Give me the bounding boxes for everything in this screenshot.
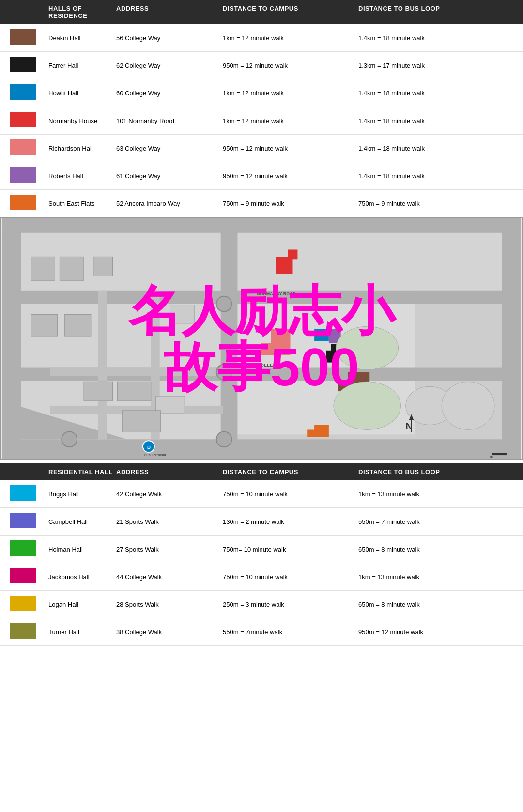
upper-header-hall: HALLS OF RESIDENCE	[48, 5, 116, 19]
hall-address: 63 College Way	[116, 145, 223, 152]
residential-hall-name: Campbell Hall	[48, 518, 116, 525]
lower-table-header: RESIDENTIAL HALL ADDRESS DISTANCE TO CAM…	[0, 463, 523, 480]
hall-campus-distance: 1km = 12 minute walk	[223, 34, 358, 42]
hall-name: Deakin Hall	[48, 34, 116, 42]
color-swatch	[10, 485, 48, 503]
residential-hall-address: 28 Sports Walk	[116, 601, 223, 608]
color-swatch	[10, 29, 48, 46]
lower-header-hall: RESIDENTIAL HALL	[48, 468, 116, 475]
svg-rect-13	[98, 291, 107, 440]
svg-rect-39	[93, 257, 113, 276]
residential-hall-bus-distance: 1km = 13 minute walk	[358, 573, 494, 581]
svg-rect-11	[50, 368, 223, 376]
upper-table-row: Richardson Hall 63 College Way 950m = 12…	[0, 135, 523, 162]
hall-name: Roberts Hall	[48, 172, 116, 180]
hall-bus-distance: 750m = 9 minute walk	[358, 200, 494, 207]
svg-point-44	[442, 382, 494, 429]
residential-hall-name: Turner Hall	[48, 628, 116, 636]
lower-table-row: Logan Hall 28 Sports Walk 250m = 3 minut…	[0, 591, 523, 618]
svg-rect-34	[122, 411, 160, 432]
svg-point-41	[334, 382, 401, 429]
lower-header-color-col	[10, 468, 48, 475]
hall-address: 52 Ancora Imparo Way	[116, 200, 223, 207]
svg-point-17	[216, 431, 232, 447]
svg-rect-4	[502, 218, 521, 459]
upper-table-row: Normanby House 101 Normanby Road 1km = 1…	[0, 107, 523, 135]
residential-hall-address: 21 Sports Walk	[116, 518, 223, 525]
svg-rect-6	[2, 218, 521, 233]
hall-campus-distance: 1km = 12 minute walk	[223, 117, 358, 124]
hall-name: Richardson Hall	[48, 145, 116, 152]
hall-campus-distance: 950m = 12 minute walk	[223, 145, 358, 152]
svg-rect-32	[117, 382, 151, 401]
svg-rect-9	[2, 439, 521, 459]
svg-text:COLLEGE WAY: COLLEGE WAY	[257, 362, 292, 368]
svg-rect-26	[288, 249, 298, 259]
color-swatch	[10, 195, 48, 212]
residential-hall-bus-distance: 1km = 13 minute walk	[358, 490, 494, 498]
hall-campus-distance: 750m = 9 minute walk	[223, 200, 358, 207]
upper-table-row: Howitt Hall 60 College Way 1km = 12 minu…	[0, 79, 523, 107]
hall-bus-distance: 1.4km = 18 minute walk	[358, 90, 494, 97]
hall-address: 62 College Way	[116, 62, 223, 69]
hall-address: 60 College Way	[116, 90, 223, 97]
hall-name: South East Flats	[48, 200, 116, 207]
hall-bus-distance: 1.3km = 17 minute walk	[358, 62, 494, 69]
hall-campus-distance: 1km = 12 minute walk	[223, 90, 358, 97]
lower-header-campus: DISTANCE TO CAMPUS	[223, 468, 358, 475]
residential-hall-bus-distance: 650m = 8 minute walk	[358, 546, 494, 553]
svg-point-18	[62, 431, 77, 447]
upper-header-address: ADDRESS	[116, 5, 223, 19]
svg-rect-31	[84, 382, 113, 401]
residential-hall-name: Briggs Hall	[48, 490, 116, 498]
hall-name: Farrer Hall	[48, 62, 116, 69]
hall-campus-distance: 950m = 12 minute walk	[223, 62, 358, 69]
hall-bus-distance: 1.4km = 18 minute walk	[358, 117, 494, 124]
lower-table-row: Briggs Hall 42 College Walk 750m = 10 mi…	[0, 480, 523, 508]
hall-address: 56 College Way	[116, 34, 223, 42]
svg-rect-28	[307, 429, 317, 437]
upper-header-color-col	[10, 5, 48, 19]
svg-rect-53	[492, 453, 507, 455]
svg-rect-40	[170, 305, 195, 324]
color-swatch	[10, 84, 48, 102]
svg-text:B: B	[147, 444, 151, 450]
color-swatch	[10, 57, 48, 74]
residential-hall-name: Logan Hall	[48, 601, 116, 608]
hall-name: Normanby House	[48, 117, 116, 124]
svg-rect-37	[31, 257, 55, 281]
residential-hall-address: 27 Sports Walk	[116, 546, 223, 553]
color-swatch	[10, 167, 48, 184]
upper-header-bus: DISTANCE TO BUS LOOP	[358, 5, 494, 19]
svg-text:m: m	[490, 454, 493, 459]
residential-hall-campus-distance: 130m = 2 minute walk	[223, 518, 358, 525]
lower-table-row: Turner Hall 38 College Walk 550m = 7minu…	[0, 618, 523, 646]
color-swatch	[10, 568, 48, 585]
lower-table-row: Holman Hall 27 Sports Walk 750m= 10 minu…	[0, 536, 523, 563]
map-container: COLLEGE WAY NORMANBY ROAD N B Bus Termin…	[0, 217, 523, 460]
svg-point-42	[336, 326, 399, 369]
lower-header-bus: DISTANCE TO BUS LOOP	[358, 468, 494, 475]
hall-address: 101 Normanby Road	[116, 117, 223, 124]
hall-campus-distance: 950m = 12 minute walk	[223, 172, 358, 180]
svg-rect-35	[31, 314, 58, 336]
upper-table-row: South East Flats 52 Ancora Imparo Way 75…	[0, 190, 523, 217]
residential-hall-campus-distance: 750m= 10 minute walk	[223, 546, 358, 553]
upper-table-row: Roberts Hall 61 College Way 950m = 12 mi…	[0, 162, 523, 190]
hall-bus-distance: 1.4km = 18 minute walk	[358, 34, 494, 42]
residential-hall-bus-distance: 950m = 12 minute walk	[358, 628, 494, 636]
color-swatch	[10, 112, 48, 129]
residential-hall-campus-distance: 250m = 3 minute walk	[223, 601, 358, 608]
svg-rect-20	[262, 343, 276, 355]
residential-hall-address: 42 College Walk	[116, 490, 223, 498]
residential-hall-campus-distance: 550m = 7minute walk	[223, 628, 358, 636]
lower-header-address: ADDRESS	[116, 468, 223, 475]
svg-rect-21	[314, 329, 329, 341]
hall-bus-distance: 1.4km = 18 minute walk	[358, 172, 494, 180]
svg-point-15	[216, 296, 232, 312]
svg-text:Bus Terminal: Bus Terminal	[144, 453, 166, 457]
upper-table-body: Deakin Hall 56 College Way 1km = 12 minu…	[0, 24, 523, 217]
svg-rect-36	[64, 314, 91, 336]
svg-text:NORMANBY ROAD: NORMANBY ROAD	[257, 291, 296, 296]
hall-address: 61 College Way	[116, 172, 223, 180]
